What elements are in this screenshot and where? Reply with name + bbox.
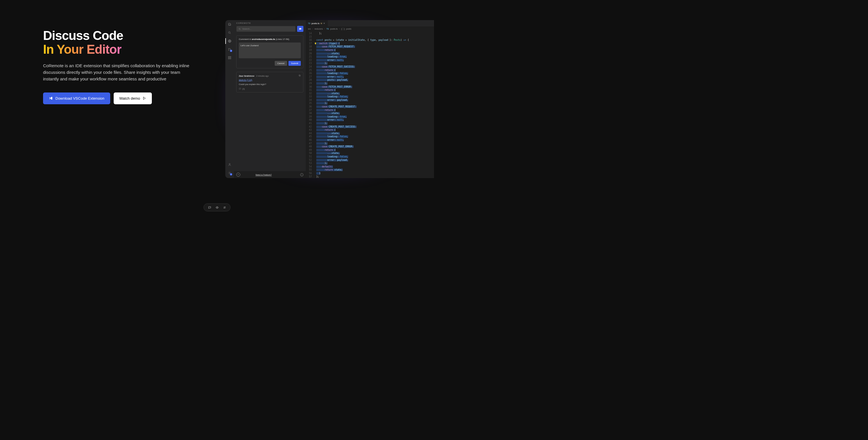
- play-icon: [143, 96, 146, 100]
- thread-replies[interactable]: (3): [239, 88, 301, 90]
- download-button[interactable]: Download VSCode Extension: [43, 92, 110, 104]
- reply-icon: [239, 88, 241, 90]
- eye-tool-icon[interactable]: [215, 206, 219, 209]
- svg-rect-8: [230, 58, 231, 59]
- svg-point-16: [224, 206, 225, 207]
- info-icon[interactable]: i: [300, 173, 303, 176]
- extensions-icon[interactable]: [227, 55, 232, 60]
- coremote-activity-icon[interactable]: [227, 39, 232, 43]
- activity-bar: 4 1: [225, 20, 234, 178]
- sliders-tool-icon[interactable]: [223, 206, 226, 209]
- tabs: TS posts.ts M ✕: [306, 20, 434, 26]
- thread-link[interactable]: store.ts (7-14): [239, 79, 301, 81]
- footer-add-button[interactable]: +: [236, 173, 240, 177]
- coremote-panel: COREMOTE Comment in src/reducers/posts.t…: [234, 20, 306, 178]
- ts-badge-icon: TS: [327, 28, 329, 30]
- symbol-icon: [⬚]: [341, 28, 345, 30]
- svg-point-17: [224, 208, 224, 208]
- svg-point-3: [228, 48, 229, 49]
- search-activity-icon[interactable]: [227, 30, 232, 35]
- badge: 4: [230, 50, 232, 52]
- panel-title: COREMOTE: [234, 20, 306, 26]
- hero-section: Discuss Code In Your Editor CoRemote is …: [0, 0, 217, 220]
- message-icon: [299, 28, 302, 30]
- copy-icon[interactable]: [299, 75, 301, 77]
- modified-indicator: M: [321, 22, 322, 24]
- svg-point-4: [228, 50, 229, 51]
- settings-icon[interactable]: 1: [227, 171, 232, 175]
- search-icon: [239, 28, 241, 30]
- thread-card[interactable]: Zaur Ibrahimov 2 minutes ago store.ts (7…: [236, 72, 303, 92]
- svg-rect-9: [230, 57, 231, 58]
- thread-time: 2 minutes ago: [256, 75, 269, 77]
- svg-rect-6: [228, 57, 229, 58]
- account-icon[interactable]: [227, 162, 232, 167]
- vscode-icon: [49, 96, 53, 100]
- tab-posts[interactable]: TS posts.ts M ✕: [306, 20, 328, 26]
- code-editor: TS posts.ts M ✕ src› reducers› TS posts.…: [306, 20, 434, 178]
- comment-header: Comment in src/reducers/posts.ts (Lines …: [239, 38, 301, 40]
- feature-link[interactable]: Need a Feature?: [255, 174, 272, 176]
- watch-label: Watch demo: [119, 96, 141, 100]
- new-message-button[interactable]: [297, 26, 303, 32]
- svg-point-1: [228, 32, 230, 33]
- cancel-button[interactable]: Cancel: [275, 61, 287, 66]
- svg-rect-13: [299, 75, 301, 77]
- comment-tool-icon[interactable]: [208, 206, 211, 209]
- svg-point-15: [217, 207, 218, 208]
- thread-author: Zaur Ibrahimov: [239, 75, 254, 77]
- svg-rect-7: [228, 58, 229, 59]
- watch-demo-button[interactable]: Watch demo: [114, 92, 152, 104]
- close-icon[interactable]: ✕: [323, 22, 325, 25]
- thread-body: Could you explain this logic?: [239, 83, 301, 86]
- cta-buttons: Download VSCode Extension Watch demo: [43, 92, 200, 104]
- svg-point-11: [229, 173, 230, 174]
- settings-badge: 1: [230, 173, 232, 175]
- explorer-icon[interactable]: [227, 22, 232, 27]
- comment-form: Comment in src/reducers/posts.ts (Lines …: [236, 35, 303, 68]
- editor-mockup: 4 1 COREMOTE: [225, 20, 434, 178]
- description: CoRemote is an IDE extension that simpli…: [43, 62, 189, 82]
- source-control-icon[interactable]: 4: [227, 47, 232, 52]
- svg-rect-14: [299, 75, 300, 76]
- submit-button[interactable]: Submit: [288, 61, 301, 66]
- sidebar-footer: + Need a Feature? i: [234, 171, 306, 178]
- breadcrumb[interactable]: src› reducers› TS posts.ts› [⬚] posts: [306, 26, 434, 31]
- search-input[interactable]: [242, 28, 293, 30]
- svg-rect-0: [228, 23, 230, 26]
- headline: Discuss Code In Your Editor: [43, 29, 200, 57]
- code-block[interactable]: 14 };1516const posts = (state = initialS…: [306, 31, 434, 178]
- comment-textarea[interactable]: [239, 42, 301, 58]
- headline-line2: In Your Editor: [43, 42, 121, 56]
- search-box[interactable]: [236, 26, 296, 32]
- ts-badge-icon: TS: [308, 22, 310, 24]
- download-label: Download VSCode Extension: [55, 96, 104, 100]
- headline-line1: Discuss Code: [43, 28, 123, 42]
- floating-toolbar: [204, 203, 230, 211]
- svg-point-10: [229, 164, 230, 165]
- svg-point-12: [239, 28, 240, 29]
